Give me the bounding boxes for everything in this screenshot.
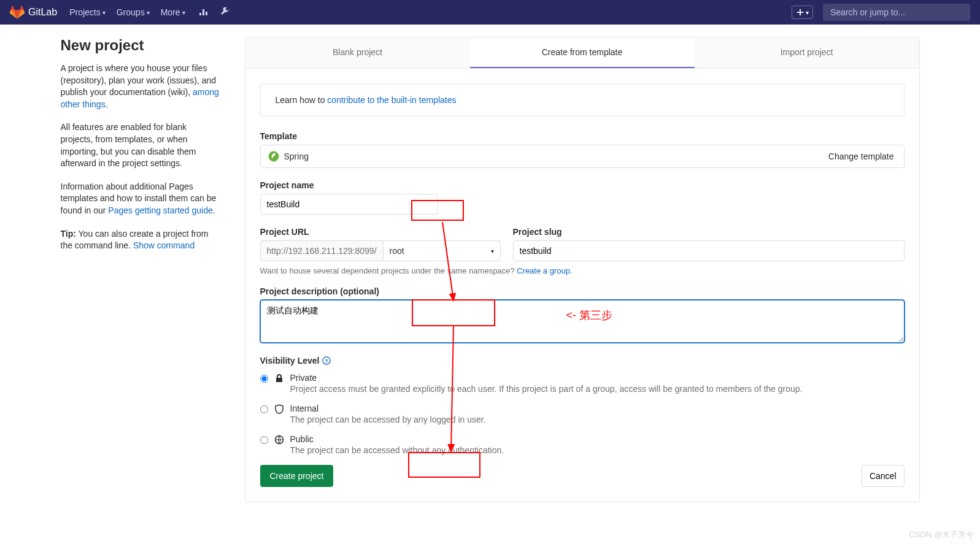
info-para-4: Tip: You can also create a project from … — [61, 228, 220, 252]
annotation-step3-text: <- 第三步 — [566, 308, 613, 323]
visibility-private-radio[interactable] — [260, 375, 268, 383]
create-group-link[interactable]: Create a group — [517, 266, 570, 275]
main-panel: Blank project Create from template Impor… — [245, 37, 920, 502]
svg-point-0 — [268, 151, 279, 162]
namespace-hint: Want to house several dependent projects… — [260, 266, 905, 275]
nav-projects[interactable]: Projects▾ — [69, 7, 106, 17]
tab-import-project[interactable]: Import project — [695, 37, 919, 68]
project-name-label: Project name — [260, 180, 905, 190]
template-row: Spring Change template — [260, 145, 905, 168]
annotation-arrow — [438, 221, 462, 478]
chevron-down-icon: ▾ — [182, 9, 185, 16]
project-tabs: Blank project Create from template Impor… — [245, 37, 919, 69]
info-para-1: A project is where you house your files … — [61, 63, 220, 110]
gitlab-logo[interactable]: GitLab — [10, 5, 57, 20]
shield-icon — [274, 404, 284, 414]
plus-icon — [796, 8, 804, 17]
visibility-internal-row: InternalThe project can be accessed by a… — [260, 404, 905, 424]
wrench-icon[interactable] — [220, 7, 230, 17]
info-para-2: All features are enabled for blank proje… — [61, 121, 220, 169]
lock-icon — [274, 374, 284, 383]
nav-groups[interactable]: Groups▾ — [117, 7, 150, 17]
show-command-link[interactable]: Show command — [133, 240, 195, 250]
project-url-row: http://192.168.211.129:8099/ root ▾ — [260, 240, 501, 261]
help-icon[interactable]: ? — [322, 356, 331, 365]
create-project-button[interactable]: Create project — [260, 465, 334, 487]
template-callout: Learn how to contribute to the built-in … — [260, 83, 905, 117]
svg-line-4 — [442, 222, 453, 301]
sidebar-info: New project A project is where you house… — [61, 37, 220, 502]
top-navbar: GitLab Projects▾ Groups▾ More▾ ▾ — [0, 0, 980, 25]
change-template-button[interactable]: Change template — [819, 145, 904, 167]
search-input[interactable] — [823, 4, 970, 21]
activity-icon[interactable] — [199, 7, 209, 17]
nav-more[interactable]: More▾ — [161, 7, 185, 17]
base-url-text: http://192.168.211.129:8099/ — [260, 240, 383, 261]
project-desc-label: Project description (optional) — [260, 286, 905, 296]
project-slug-label: Project slug — [513, 227, 905, 237]
chevron-down-icon: ▾ — [102, 9, 106, 16]
contribute-templates-link[interactable]: contribute to the built-in templates — [327, 95, 456, 105]
chevron-down-icon: ▾ — [491, 248, 494, 255]
page-title: New project — [61, 37, 220, 54]
template-label: Template — [260, 131, 905, 141]
chevron-down-icon: ▾ — [147, 9, 150, 16]
project-name-input[interactable] — [260, 194, 438, 215]
svg-line-5 — [451, 326, 453, 451]
visibility-private-row: PrivateProject access must be granted ex… — [260, 373, 905, 394]
spring-icon — [268, 151, 279, 162]
pages-guide-link[interactable]: Pages getting started guide — [108, 205, 212, 215]
visibility-public-radio[interactable] — [260, 436, 268, 444]
visibility-level-label: Visibility Level ? — [260, 356, 905, 366]
info-para-3: Information about additional Pages templ… — [61, 181, 220, 217]
gitlab-icon — [10, 5, 25, 20]
template-selected: Spring — [261, 145, 819, 167]
chevron-down-icon: ▾ — [806, 9, 809, 16]
project-url-label: Project URL — [260, 227, 501, 237]
globe-icon — [274, 435, 284, 445]
cancel-button[interactable]: Cancel — [862, 465, 905, 487]
gitlab-logo-text: GitLab — [28, 7, 57, 18]
visibility-internal-radio[interactable] — [260, 405, 268, 413]
svg-text:?: ? — [325, 358, 328, 364]
tab-create-from-template[interactable]: Create from template — [470, 37, 695, 68]
tab-blank-project[interactable]: Blank project — [245, 37, 470, 68]
visibility-public-row: PublicThe project can be accessed withou… — [260, 434, 905, 455]
plus-dropdown[interactable]: ▾ — [792, 6, 813, 19]
project-slug-input[interactable] — [513, 240, 905, 261]
